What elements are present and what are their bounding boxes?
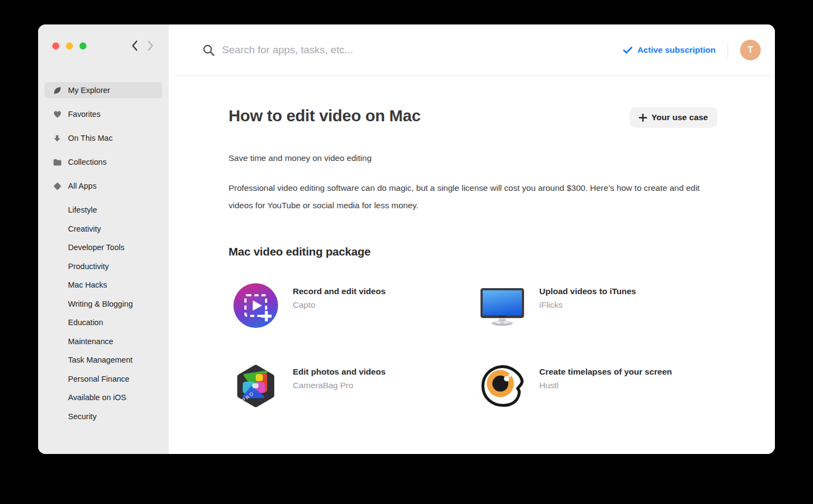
search-input[interactable] — [222, 44, 451, 56]
search-icon — [202, 44, 215, 57]
back-button[interactable] — [131, 40, 138, 51]
category-label: Available on iOS — [68, 393, 126, 402]
content: How to edit video on Mac Your use case S… — [169, 76, 775, 408]
diamond-icon — [52, 181, 63, 191]
avatar[interactable]: T — [740, 40, 761, 60]
category-label: Task Management — [68, 356, 132, 364]
minimize-button[interactable] — [66, 42, 73, 49]
sidebar-item-my-explorer[interactable]: My Explorer — [45, 82, 162, 98]
category-label: Productivity — [68, 262, 109, 271]
chevron-right-icon — [147, 40, 154, 51]
plus-icon — [639, 114, 647, 122]
app-text: Edit photos and videos CameraBag Pro — [293, 364, 386, 390]
category-label: Personal Finance — [68, 375, 130, 383]
traffic-lights — [52, 42, 87, 49]
category-label: Education — [68, 318, 103, 327]
sidebar-category-writing-blogging[interactable]: Writing & Blogging — [45, 296, 162, 312]
heart-icon — [52, 109, 63, 119]
close-button[interactable] — [52, 42, 59, 49]
sidebar-category-security[interactable]: Security — [45, 408, 162, 425]
camerabag-pro-app-icon: PRO — [233, 364, 278, 408]
category-label: Developer Tools — [68, 243, 125, 252]
app-name: Capto — [293, 300, 386, 310]
subscription-status[interactable]: Active subscription — [623, 45, 716, 55]
app-card-capto[interactable]: Record and edit videos Capto — [229, 283, 471, 328]
apps-grid: Record and edit videos Capto — [229, 283, 717, 408]
sidebar-titlebar — [38, 24, 169, 59]
sidebar-category-mac-hacks[interactable]: Mac Hacks — [45, 277, 162, 293]
category-label: Maintenance — [68, 337, 113, 346]
sidebar-category-lifestyle[interactable]: Lifestyle — [45, 202, 162, 218]
topbar-divider — [728, 42, 728, 58]
app-task: Upload videos to iTunes — [539, 287, 636, 296]
category-label: Creativity — [68, 225, 101, 233]
app-text: Upload videos to iTunes iFlicks — [539, 283, 636, 310]
app-window: My Explorer Favorites On This Mac Collec… — [38, 24, 775, 454]
history-nav — [131, 40, 155, 51]
your-use-case-button[interactable]: Your use case — [630, 107, 717, 128]
sidebar-item-on-this-mac[interactable]: On This Mac — [45, 130, 162, 146]
search-bar — [202, 44, 623, 57]
app-name: iFlicks — [539, 300, 636, 310]
chevron-left-icon — [131, 40, 138, 51]
app-name: CameraBag Pro — [293, 381, 386, 390]
hustl-app-icon — [480, 364, 525, 408]
category-label: Mac Hacks — [68, 281, 107, 289]
sidebar-category-maintenance[interactable]: Maintenance — [45, 333, 162, 350]
sidebar-item-label: All Apps — [68, 182, 96, 190]
your-use-case-label: Your use case — [651, 113, 708, 122]
category-label: Security — [68, 412, 96, 421]
page-title: How to edit video on Mac — [229, 107, 421, 125]
sidebar-category-developer-tools[interactable]: Developer Tools — [45, 239, 162, 256]
topbar: Active subscription T — [169, 24, 775, 76]
main-area: Active subscription T How to edit video … — [169, 24, 775, 454]
app-task: Edit photos and videos — [293, 367, 386, 377]
sidebar-item-label: Favorites — [68, 110, 101, 119]
arrow-down-icon — [52, 133, 63, 143]
zoom-button[interactable] — [79, 42, 87, 49]
sidebar-category-task-management[interactable]: Task Management — [45, 352, 162, 368]
category-label: Writing & Blogging — [68, 300, 133, 308]
sidebar-item-label: On This Mac — [68, 134, 113, 142]
app-card-hustl[interactable]: Create timelapses of your screen Hustl — [475, 364, 717, 408]
app-card-iflicks[interactable]: Upload videos to iTunes iFlicks — [475, 283, 717, 328]
sidebar-category-available-on-ios[interactable]: Available on iOS — [45, 389, 162, 406]
sidebar-category-personal-finance[interactable]: Personal Finance — [45, 371, 162, 387]
section-title: Mac video editing package — [229, 245, 717, 258]
app-text: Record and edit videos Capto — [293, 283, 386, 310]
folder-icon — [52, 157, 63, 167]
title-row: How to edit video on Mac Your use case — [229, 107, 717, 128]
sidebar-category-creativity[interactable]: Creativity — [45, 221, 162, 237]
sidebar-category-productivity[interactable]: Productivity — [45, 258, 162, 275]
app-task: Create timelapses of your screen — [539, 367, 672, 377]
app-task: Record and edit videos — [293, 287, 386, 296]
subscription-label: Active subscription — [637, 45, 716, 55]
sidebar-item-collections[interactable]: Collections — [45, 154, 162, 170]
category-label: Lifestyle — [68, 206, 97, 214]
capto-app-icon — [233, 283, 278, 328]
explorer-leaf-icon — [52, 85, 63, 95]
iflicks-app-icon — [480, 283, 525, 328]
app-card-camerabag-pro[interactable]: PRO Edit photos and videos CameraBag Pro — [229, 364, 471, 408]
sidebar: My Explorer Favorites On This Mac Collec… — [38, 24, 169, 454]
page-description: Professional video editing software can … — [229, 179, 717, 214]
sidebar-item-label: Collections — [68, 158, 107, 166]
app-name: Hustl — [539, 381, 672, 390]
sidebar-category-education[interactable]: Education — [45, 314, 162, 331]
sidebar-menu: My Explorer Favorites On This Mac Collec… — [38, 59, 169, 427]
sidebar-item-all-apps[interactable]: All Apps — [45, 178, 162, 194]
checkmark-icon — [623, 47, 632, 54]
page-subtitle: Save time and money on video editing — [229, 153, 717, 163]
forward-button[interactable] — [147, 40, 155, 51]
avatar-initial: T — [748, 45, 753, 55]
sidebar-item-favorites[interactable]: Favorites — [45, 106, 162, 122]
sidebar-item-label: My Explorer — [68, 86, 110, 95]
app-text: Create timelapses of your screen Hustl — [539, 364, 672, 390]
